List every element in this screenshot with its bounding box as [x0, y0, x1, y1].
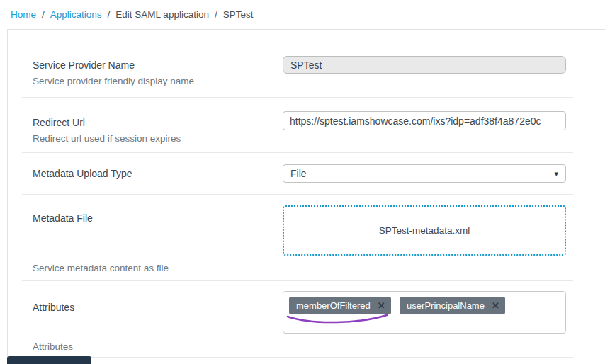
breadcrumb-link-applications[interactable]: Applications	[50, 9, 102, 20]
divider	[22, 357, 573, 358]
metadata-file-help: Service metadata content as file	[33, 263, 283, 273]
update-button-partial[interactable]	[7, 356, 91, 364]
remove-tag-icon[interactable]: ✕	[492, 301, 499, 310]
field-row-attributes: Attributes Attributes memberOfFiltered ✕…	[8, 281, 605, 357]
attribute-tag: memberOfFiltered ✕	[289, 297, 391, 314]
attributes-label: Attributes	[33, 302, 283, 313]
field-row-service-provider-name: Service Provider Name Service provider f…	[8, 30, 605, 97]
field-row-metadata-upload-type: Metadata Upload Type File ▾	[8, 153, 605, 194]
metadata-filename: SPTest-metadata.xml	[379, 225, 470, 236]
redirect-url-label: Redirect Url	[33, 117, 283, 128]
service-provider-name-input[interactable]	[283, 56, 566, 74]
field-row-metadata-file: Metadata File Service metadata content a…	[8, 195, 605, 280]
metadata-file-label: Metadata File	[33, 212, 283, 224]
breadcrumb-item-sptest: SPTest	[223, 9, 254, 20]
redirect-url-help: Redirect url used if session expires	[33, 133, 283, 144]
breadcrumb-separator: /	[215, 9, 217, 20]
breadcrumb-item-edit-saml-application: Edit SAML application	[115, 9, 209, 20]
breadcrumb-link-home[interactable]: Home	[11, 9, 36, 20]
redirect-url-input[interactable]	[283, 111, 566, 130]
metadata-file-dropzone[interactable]: SPTest-metadata.xml	[283, 205, 566, 256]
metadata-upload-type-select[interactable]: File ▾	[283, 164, 566, 183]
attributes-help: Attributes	[33, 341, 283, 352]
service-provider-name-help: Service provider friendly display name	[33, 76, 283, 86]
annotation-underline	[285, 313, 391, 326]
metadata-upload-type-value: File	[290, 168, 307, 179]
attribute-tag-label: userPrincipalName	[407, 300, 485, 311]
service-provider-name-label: Service Provider Name	[33, 59, 283, 71]
breadcrumb: Home / Applications / Edit SAML applicat…	[11, 9, 253, 20]
remove-tag-icon[interactable]: ✕	[378, 301, 385, 310]
attribute-tag: userPrincipalName ✕	[400, 297, 505, 314]
edit-saml-application-form-card: Service Provider Name Service provider f…	[7, 29, 605, 364]
attribute-tag-label: memberOfFiltered	[296, 300, 371, 311]
attributes-tagbox[interactable]: memberOfFiltered ✕ userPrincipalName ✕	[283, 291, 566, 334]
field-row-redirect-url: Redirect Url Redirect url used if sessio…	[8, 98, 605, 152]
breadcrumb-separator: /	[108, 9, 111, 20]
breadcrumb-separator: /	[42, 9, 45, 20]
metadata-upload-type-label: Metadata Upload Type	[33, 168, 283, 179]
dropdown-caret-icon: ▾	[554, 170, 558, 178]
